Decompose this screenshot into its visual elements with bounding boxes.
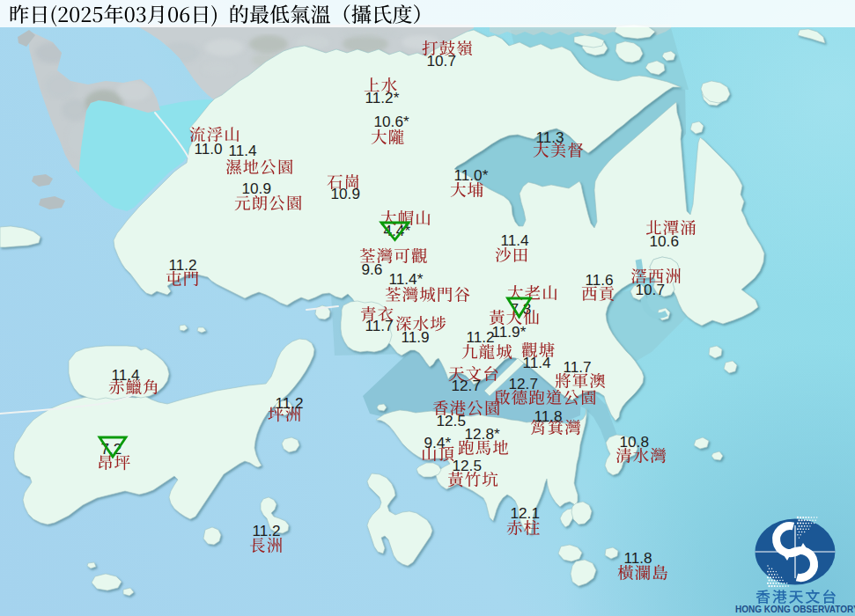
svg-text:11.4: 11.4 xyxy=(229,142,258,159)
svg-text:11.6: 11.6 xyxy=(586,271,614,289)
svg-text:11.7: 11.7 xyxy=(564,358,592,376)
svg-text:12.7: 12.7 xyxy=(452,377,481,394)
svg-text:10.7: 10.7 xyxy=(636,281,665,298)
svg-text:10.9: 10.9 xyxy=(242,180,271,197)
svg-text:11.2: 11.2 xyxy=(169,256,197,274)
svg-text:10.8: 10.8 xyxy=(620,433,649,451)
svg-text:11.9: 11.9 xyxy=(402,328,430,346)
svg-text:11.2: 11.2 xyxy=(467,328,495,346)
svg-text:10.6*: 10.6* xyxy=(374,113,409,130)
svg-text:11.8: 11.8 xyxy=(534,407,563,425)
svg-text:11.4: 11.4 xyxy=(523,354,552,371)
svg-text:11.8: 11.8 xyxy=(624,549,652,567)
svg-text:12.8*: 12.8* xyxy=(465,425,500,443)
svg-text:11.9*: 11.9* xyxy=(492,323,527,341)
svg-text:11.3: 11.3 xyxy=(536,128,564,146)
svg-text:11.2*: 11.2* xyxy=(365,89,400,106)
svg-text:11.0: 11.0 xyxy=(195,140,223,158)
svg-text:11.4*: 11.4* xyxy=(389,270,424,288)
svg-text:12.5: 12.5 xyxy=(437,412,466,429)
svg-text:12.1: 12.1 xyxy=(511,504,540,522)
svg-text:11.7: 11.7 xyxy=(365,317,394,334)
svg-text:9.6: 9.6 xyxy=(362,260,383,278)
svg-text:12.5: 12.5 xyxy=(453,457,482,474)
svg-text:12.7: 12.7 xyxy=(509,375,538,392)
svg-text:11.2: 11.2 xyxy=(276,394,304,412)
svg-text:11.2: 11.2 xyxy=(253,522,281,539)
svg-text:10.6: 10.6 xyxy=(650,232,679,250)
svg-text:10.7: 10.7 xyxy=(427,52,456,70)
svg-text:11.4: 11.4 xyxy=(501,231,530,249)
svg-text:10.9: 10.9 xyxy=(331,185,360,202)
svg-text:11.4: 11.4 xyxy=(112,366,141,384)
svg-text:9.4*: 9.4* xyxy=(424,434,452,451)
svg-text:HONG KONG OBSERVATORY: HONG KONG OBSERVATORY xyxy=(735,605,855,614)
svg-text:11.0*: 11.0* xyxy=(454,166,489,184)
